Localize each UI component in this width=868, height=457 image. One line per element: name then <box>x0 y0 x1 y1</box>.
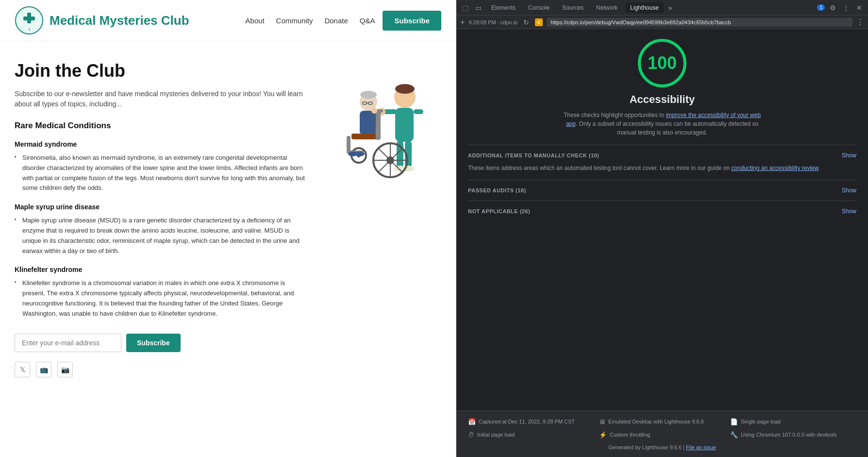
svg-point-33 <box>355 152 365 156</box>
throttle-icon: ⚡ <box>599 431 607 439</box>
tab-elements[interactable]: Elements <box>486 2 520 13</box>
meta-initial-load: ⏱ Initial page load <box>468 431 594 439</box>
logo-area: ⚕ Medical Mysteries Club <box>15 6 189 35</box>
single-page-text: Single page load <box>741 418 781 426</box>
close-devtools-icon[interactable]: ✕ <box>854 3 864 13</box>
svg-point-15 <box>360 91 377 99</box>
svg-rect-2 <box>23 17 35 20</box>
svg-point-35 <box>371 108 377 114</box>
chromium-icon: 🔧 <box>730 431 738 439</box>
devtools-urlbar: + 9:28:08 PM · cdpn.io ↻ C ⋮ <box>456 16 868 29</box>
lighthouse-content: 100 Accessibility These checks highlight… <box>456 29 868 410</box>
site-title: Medical Mysteries Club <box>50 13 189 28</box>
throttling-text: Custom throttling <box>610 431 650 439</box>
tab-sources[interactable]: Sources <box>557 2 588 13</box>
condition-1: Mermaid syndrome Sirenomelia, also known… <box>15 140 305 193</box>
nav-about[interactable]: About <box>245 17 264 25</box>
wheelchair-illustration <box>320 61 436 187</box>
score-label: Accessibility <box>630 93 695 106</box>
calendar-icon: 📅 <box>468 418 476 425</box>
file-issue-link[interactable]: File an issue <box>686 444 716 450</box>
chromium-text: Using Chromium 107.0.0.0 with devtools <box>741 431 836 439</box>
more-tabs-icon[interactable]: » <box>667 3 674 13</box>
twitter-icon[interactable]: 𝕏 <box>15 362 30 377</box>
svg-point-13 <box>395 84 415 94</box>
condition-2: Maple syrup urine disease Maple syrup ur… <box>15 203 305 256</box>
refresh-icon[interactable]: ↻ <box>521 17 531 27</box>
tab-console[interactable]: Console <box>523 2 554 13</box>
not-applicable-show[interactable]: Show <box>842 208 856 215</box>
nav-links: About Community Donate Q&A <box>245 17 375 25</box>
content-right <box>315 61 441 377</box>
url-more-icon[interactable]: ⋮ <box>856 17 864 27</box>
manual-check-title: ADDITIONAL ITEMS TO MANUALLY CHECK (10) <box>468 152 599 158</box>
score-section: 100 Accessibility These checks highlight… <box>468 39 856 137</box>
tab-lighthouse[interactable]: Lighthouse <box>625 2 664 13</box>
settings-icon[interactable]: ⚙ <box>828 3 838 13</box>
vertical-dots-icon[interactable]: ⋮ <box>841 3 851 13</box>
passed-audits-title: PASSED AUDITS (18) <box>468 187 526 193</box>
content-left: Join the Club Subscribe to our e-newslet… <box>15 61 305 377</box>
svg-rect-21 <box>376 111 381 140</box>
nav-donate[interactable]: Donate <box>324 17 348 25</box>
svg-rect-5 <box>395 108 414 142</box>
condition-1-title: Mermaid syndrome <box>15 140 305 148</box>
manual-check-body: These items address areas which an autom… <box>468 164 856 173</box>
condition-2-title: Maple syrup urine disease <box>15 203 305 211</box>
meta-emulated: 🖥 Emulated Desktop with Lighthouse 9.6.6 <box>599 418 725 426</box>
svg-text:⚕: ⚕ <box>28 27 31 32</box>
score-description: These checks highlight opportunities to … <box>560 111 764 137</box>
hero-title: Join the Club <box>15 61 305 81</box>
lighthouse-footer: 📅 Captured at Dec 11, 2022, 9:28 PM CST … <box>456 410 868 457</box>
monitor-icon: 🖥 <box>599 418 605 425</box>
badge-count: 1 <box>817 4 825 11</box>
website-panel: ⚕ Medical Mysteries Club About Community… <box>0 0 456 457</box>
svg-rect-19 <box>360 111 376 135</box>
plus-icon[interactable]: + <box>460 18 465 27</box>
condition-3: Klinefelter syndrome Klinefelter syndrom… <box>15 266 305 319</box>
generated-line: Generated by Lighthouse 9.6.6 | File an … <box>468 444 856 450</box>
initial-load-text: Initial page load <box>477 431 515 439</box>
tab-network[interactable]: Network <box>591 2 622 13</box>
not-applicable-title: NOT APPLICABLE (26) <box>468 208 530 214</box>
devtools-panel: ⬚ ▭ Elements Console Sources Network Lig… <box>456 0 868 457</box>
score-number: 100 <box>648 53 677 73</box>
passed-audits-show[interactable]: Show <box>842 187 856 194</box>
url-field[interactable] <box>547 18 852 27</box>
manual-check-section: ADDITIONAL ITEMS TO MANUALLY CHECK (10) … <box>468 145 856 180</box>
site-favicon: C <box>535 18 543 26</box>
form-subscribe-button[interactable]: Subscribe <box>126 334 181 352</box>
condition-3-desc: Klinefelter syndrome is a chromosomal va… <box>15 278 305 319</box>
site-main: Join the Club Subscribe to our e-newslet… <box>0 41 456 392</box>
score-circle: 100 <box>638 39 686 87</box>
subscribe-form: Subscribe <box>15 334 305 352</box>
nav-qa[interactable]: Q&A <box>360 17 375 25</box>
condition-3-title: Klinefelter syndrome <box>15 266 305 273</box>
not-applicable-header: NOT APPLICABLE (26) Show <box>468 208 856 215</box>
instagram-icon[interactable]: 📷 <box>57 362 73 377</box>
devtools-tabbar: ⬚ ▭ Elements Console Sources Network Lig… <box>456 0 868 16</box>
logo-icon: ⚕ <box>15 6 44 35</box>
emulated-text: Emulated Desktop with Lighthouse 9.6.6 <box>608 418 704 426</box>
meta-throttling: ⚡ Custom throttling <box>599 431 725 439</box>
condition-2-desc: Maple syrup urine disease (MSUD) is a ra… <box>15 216 305 256</box>
svg-rect-31 <box>347 136 351 153</box>
svg-rect-11 <box>414 109 423 114</box>
inspect-icon[interactable]: ⬚ <box>460 3 470 13</box>
email-input[interactable] <box>15 334 121 352</box>
captured-text: Captured at Dec 11, 2022, 9:28 PM CST <box>479 418 575 426</box>
twitch-icon[interactable]: 📺 <box>36 362 51 377</box>
accessibility-review-link[interactable]: conducting an accessibility review <box>731 165 818 171</box>
manual-check-header: ADDITIONAL ITEMS TO MANUALLY CHECK (10) … <box>468 152 856 159</box>
devtools-time: 9:28:08 PM · cdpn.io <box>468 19 517 25</box>
meta-single-page: 📄 Single page load <box>730 418 856 426</box>
nav-community[interactable]: Community <box>276 17 313 25</box>
condition-1-desc: Sirenomelia, also known as mermaid syndr… <box>15 153 305 193</box>
hero-subtitle: Subscribe to our e-newsletter and have m… <box>15 89 305 109</box>
page-icon: 📄 <box>730 418 738 425</box>
device-icon[interactable]: ▭ <box>473 3 484 13</box>
header-subscribe-button[interactable]: Subscribe <box>383 11 441 31</box>
manual-check-show[interactable]: Show <box>842 152 856 159</box>
meta-captured: 📅 Captured at Dec 11, 2022, 9:28 PM CST <box>468 418 594 426</box>
passed-audits-header: PASSED AUDITS (18) Show <box>468 187 856 194</box>
